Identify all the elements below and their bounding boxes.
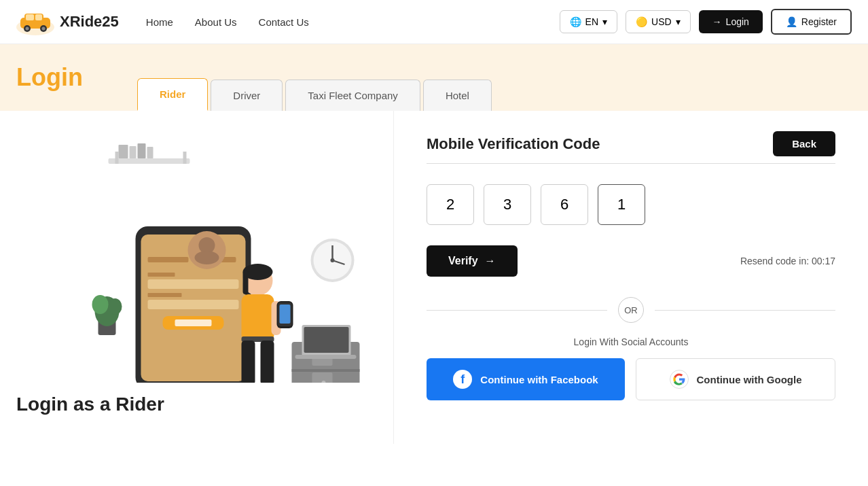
- nav-contact[interactable]: Contact Us: [259, 16, 309, 28]
- verify-label: Verify: [448, 255, 478, 267]
- svg-rect-35: [243, 271, 249, 294]
- logo-icon: [16, 8, 54, 35]
- logo-text: XRide25: [60, 13, 119, 31]
- login-label: Login: [726, 16, 749, 27]
- language-dropdown[interactable]: 🌐 EN ▾: [560, 10, 617, 33]
- otp-input-1[interactable]: [427, 184, 474, 225]
- svg-rect-3: [26, 14, 34, 20]
- user-icon: 👤: [786, 16, 797, 27]
- login-button[interactable]: → Login: [699, 10, 763, 33]
- nav-about[interactable]: About Us: [195, 16, 237, 28]
- svg-rect-11: [183, 152, 187, 164]
- svg-rect-14: [138, 143, 146, 158]
- svg-rect-49: [312, 372, 333, 383]
- illustration-svg: [16, 124, 377, 383]
- facebook-label: Continue with Facebook: [480, 374, 598, 385]
- nav-home[interactable]: Home: [146, 16, 173, 28]
- verification-title: Mobile Verification Code: [427, 135, 600, 153]
- google-icon: [670, 370, 689, 389]
- or-circle: OR: [618, 297, 644, 323]
- divider: [427, 163, 835, 164]
- svg-rect-38: [242, 341, 255, 383]
- tabs: Rider Driver Taxi Fleet Company Hotel: [137, 44, 494, 111]
- facebook-login-button[interactable]: f Continue with Facebook: [427, 358, 625, 400]
- svg-rect-10: [115, 152, 119, 164]
- otp-input-3[interactable]: [541, 184, 588, 225]
- svg-point-32: [195, 251, 219, 264]
- or-divider: OR: [427, 297, 835, 323]
- login-as-title: Login as a Rider: [16, 394, 377, 415]
- or-line-right: [655, 310, 835, 311]
- main-content: Login as a Rider Mobile Verification Cod…: [0, 111, 868, 444]
- svg-rect-22: [148, 257, 189, 262]
- otp-input-2[interactable]: [484, 184, 531, 225]
- svg-rect-45: [280, 305, 291, 324]
- register-button[interactable]: 👤 Register: [771, 9, 852, 35]
- verify-row: Verify → Resend code in: 00:17: [427, 245, 835, 277]
- facebook-icon: f: [453, 370, 472, 389]
- social-row: f Continue with Facebook Continue with G…: [427, 358, 835, 400]
- google-login-button[interactable]: Continue with Google: [636, 358, 835, 400]
- svg-rect-58: [304, 327, 349, 353]
- login-title: Login: [16, 44, 83, 111]
- currency-label: USD: [651, 16, 672, 27]
- svg-rect-39: [261, 341, 274, 383]
- register-label: Register: [801, 16, 837, 27]
- arrow-right-icon: →: [485, 255, 496, 267]
- svg-rect-36: [242, 294, 274, 342]
- svg-rect-15: [147, 147, 153, 158]
- currency-flag-icon: 🟡: [636, 16, 647, 27]
- tab-driver[interactable]: Driver: [211, 80, 283, 111]
- illustration: [16, 124, 377, 383]
- currency-dropdown[interactable]: 🟡 USD ▾: [626, 10, 691, 33]
- globe-icon: 🌐: [570, 16, 581, 27]
- right-panel: Mobile Verification Code Back Verify → R…: [394, 111, 868, 444]
- svg-rect-24: [148, 273, 175, 277]
- nav-links: Home About Us Contact Us: [146, 16, 560, 28]
- svg-rect-4: [35, 14, 42, 20]
- left-panel: Login as a Rider: [0, 111, 394, 444]
- svg-rect-13: [130, 146, 137, 158]
- logo-link[interactable]: XRide25: [16, 8, 119, 35]
- svg-point-19: [109, 298, 122, 315]
- svg-rect-27: [148, 300, 239, 309]
- login-icon: →: [712, 16, 722, 27]
- svg-rect-25: [148, 279, 239, 289]
- tab-rider[interactable]: Rider: [137, 78, 208, 111]
- verification-header: Mobile Verification Code Back: [427, 131, 835, 156]
- svg-rect-12: [119, 145, 128, 158]
- svg-point-8: [42, 27, 46, 31]
- language-label: EN: [585, 16, 598, 27]
- svg-point-18: [92, 295, 109, 314]
- otp-input-4[interactable]: [598, 184, 645, 225]
- svg-rect-59: [295, 355, 357, 359]
- svg-rect-47: [292, 369, 360, 372]
- back-button[interactable]: Back: [773, 131, 835, 156]
- or-line-left: [427, 310, 607, 311]
- tab-taxi-fleet[interactable]: Taxi Fleet Company: [285, 80, 420, 111]
- svg-rect-26: [148, 293, 182, 297]
- chevron-down-icon: ▾: [676, 16, 681, 27]
- nav-right: 🌐 EN ▾ 🟡 USD ▾ → Login 👤 Register: [560, 9, 852, 35]
- login-banner: Login Rider Driver Taxi Fleet Company Ho…: [0, 44, 868, 111]
- svg-point-6: [26, 27, 29, 31]
- social-title: Login With Social Accounts: [427, 336, 835, 347]
- svg-rect-9: [109, 158, 190, 164]
- resend-text: Resend code in: 00:17: [740, 256, 835, 266]
- svg-rect-29: [175, 319, 212, 326]
- tab-hotel[interactable]: Hotel: [423, 80, 492, 111]
- google-label: Continue with Google: [697, 374, 802, 385]
- otp-row: [427, 184, 835, 225]
- chevron-down-icon: ▾: [602, 16, 607, 27]
- verify-button[interactable]: Verify →: [427, 245, 518, 277]
- navbar: XRide25 Home About Us Contact Us 🌐 EN ▾ …: [0, 0, 868, 44]
